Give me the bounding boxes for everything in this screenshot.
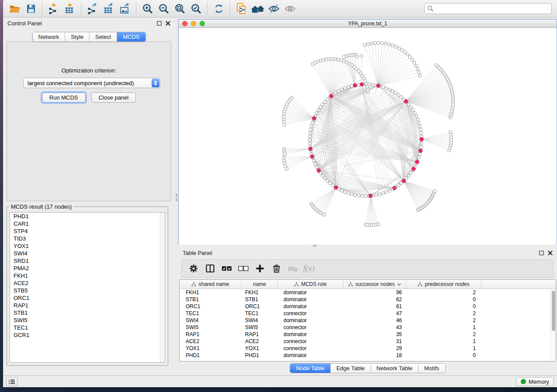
zoom-in-button[interactable] <box>139 2 156 16</box>
close-panel-button[interactable]: Close panel <box>91 93 136 103</box>
table-row[interactable]: FKH1FKH1dominator962 <box>180 289 556 296</box>
result-list-scrollbar[interactable] <box>160 213 165 362</box>
tab-node-table[interactable]: Node Table <box>290 364 331 373</box>
delete-column-button[interactable] <box>270 262 283 275</box>
new-network-from-selection-button[interactable] <box>233 2 249 16</box>
import-table-button[interactable] <box>62 2 78 16</box>
refresh-icon <box>213 3 225 14</box>
export-network-button[interactable] <box>84 2 100 16</box>
mcds-result-item[interactable]: SWI4 <box>10 250 165 257</box>
column-header-shared-name[interactable]: shared name <box>180 280 242 289</box>
search-input[interactable] <box>424 3 552 14</box>
close-table-panel-icon[interactable] <box>548 251 553 255</box>
show-hidden-button[interactable] <box>282 2 298 16</box>
mcds-result-item[interactable]: GCR1 <box>10 331 165 339</box>
table-row[interactable]: YOX1YOX1connector291 <box>180 345 556 352</box>
mcds-result-item[interactable]: RAP1 <box>10 302 165 309</box>
mcds-result-item[interactable]: SRD1 <box>10 257 165 265</box>
table-row[interactable]: SWI4SWI4dominator462 <box>180 317 556 324</box>
import-network-button[interactable] <box>45 2 62 16</box>
cell-name: STB1 <box>242 296 278 303</box>
columns-icon <box>205 264 215 273</box>
tab-mcds[interactable]: MCDS <box>117 32 145 41</box>
table-row[interactable]: SWI5SWI5connector431 <box>180 324 556 331</box>
zoom-fit-button[interactable] <box>172 2 188 16</box>
shared-column-icon <box>191 282 196 286</box>
network-window-titlebar[interactable]: YPA_prune.txt_1 <box>179 20 557 28</box>
cell-shared-name: SWI5 <box>180 324 242 330</box>
mcds-result-list[interactable]: PHD1CAR1STP4TID3YOX1SWI4SRD1PMA2FKH1ACE2… <box>10 212 165 363</box>
home-networks-button[interactable] <box>249 2 266 16</box>
mcds-result-item[interactable]: YOX1 <box>10 242 165 250</box>
table-row[interactable]: PHD1PHD1dominator180 <box>180 352 556 359</box>
memory-button[interactable]: Memory <box>516 377 554 386</box>
export-image-button[interactable] <box>117 2 133 16</box>
table-row[interactable]: TEC1TEC1connector472 <box>180 310 556 317</box>
show-column-panel-button[interactable] <box>204 262 217 275</box>
tab-select[interactable]: Select <box>90 32 117 41</box>
vertical-splitter[interactable] <box>175 17 178 375</box>
save-floppy-icon <box>26 3 36 14</box>
tab-style[interactable]: Style <box>65 32 90 41</box>
cell-shared-name: PHD1 <box>180 352 242 358</box>
mcds-result-item[interactable]: PMA2 <box>10 265 165 272</box>
column-header-name[interactable]: name <box>242 280 278 289</box>
run-mcds-button[interactable]: Run MCDS <box>42 93 86 103</box>
table-row[interactable]: RAP1RAP1dominator352 <box>180 331 556 338</box>
table-settings-button[interactable] <box>187 262 200 275</box>
float-table-panel-icon[interactable] <box>539 251 544 255</box>
cell-name: PHD1 <box>242 352 278 358</box>
cell-name: YOX1 <box>242 345 278 351</box>
select-all-rows-button[interactable] <box>220 262 233 275</box>
mcds-result-item[interactable]: ACE2 <box>10 279 165 287</box>
apply-layout-button[interactable] <box>211 2 227 16</box>
task-history-button[interactable] <box>6 377 17 386</box>
cell-MCDS-role: dominator <box>278 331 343 337</box>
mcds-result-item[interactable]: ORC1 <box>10 294 165 302</box>
mcds-result-item[interactable]: TEC1 <box>10 324 165 331</box>
column-header-MCDS-role[interactable]: MCDS role <box>278 280 343 289</box>
mcds-result-item[interactable]: STB1 <box>10 309 165 316</box>
column-header-empty <box>481 280 548 289</box>
hide-selected-button[interactable] <box>266 2 282 16</box>
column-header-successor-nodes[interactable]: successor nodes <box>343 280 406 289</box>
optimization-criterion-select[interactable]: largest connected component (undirected) <box>23 78 160 88</box>
column-header-predecessor-nodes[interactable]: predecessor nodes <box>406 280 481 289</box>
network-from-selection-icon <box>236 3 247 15</box>
zoom-out-button[interactable] <box>156 2 172 16</box>
mcds-result-item[interactable]: STB5 <box>10 287 165 294</box>
tab-network-table[interactable]: Network Table <box>371 364 419 373</box>
desktop-background: Control Panel NetworkStyleSelectMCDS Opt… <box>0 0 557 392</box>
status-bar: Memory <box>3 375 557 387</box>
tab-edge-table[interactable]: Edge Table <box>331 364 371 373</box>
add-column-button[interactable] <box>253 262 266 275</box>
gear-icon <box>189 264 198 273</box>
mcds-result-item[interactable]: PHD1 <box>10 213 165 220</box>
close-panel-icon[interactable] <box>166 21 170 26</box>
network-canvas[interactable] <box>179 28 557 261</box>
cell-shared-name: ORC1 <box>180 303 242 309</box>
table-scrollbar[interactable] <box>550 289 556 361</box>
cell-shared-name: TEC1 <box>180 310 242 316</box>
cell-MCDS-role: connector <box>278 338 343 344</box>
float-panel-icon[interactable] <box>157 21 162 26</box>
open-file-button[interactable] <box>7 2 23 16</box>
table-row[interactable]: ACE2ACE2connector311 <box>180 338 556 345</box>
export-table-button[interactable] <box>100 2 117 16</box>
deselect-all-rows-button[interactable] <box>237 262 250 275</box>
mcds-result-item[interactable]: SWI5 <box>10 316 165 324</box>
table-scrollbar-thumb[interactable] <box>552 291 555 331</box>
cell-predecessor-nodes: 2 <box>406 317 481 323</box>
tab-network[interactable]: Network <box>32 32 65 41</box>
network-view-window: YPA_prune.txt_1 <box>178 19 557 244</box>
save-session-button[interactable] <box>23 2 39 16</box>
table-row[interactable]: ORC1ORC1dominator610 <box>180 303 556 310</box>
mcds-result-item[interactable]: TID3 <box>10 235 165 242</box>
mcds-result-item[interactable]: CAR1 <box>10 220 165 227</box>
tab-motifs[interactable]: Motifs <box>419 364 445 373</box>
mcds-result-item[interactable]: FKH1 <box>10 272 165 279</box>
table-row[interactable]: STB1STB1dominator620 <box>180 296 556 303</box>
mcds-result-item[interactable]: STP4 <box>10 227 165 235</box>
zoom-selected-button[interactable] <box>188 2 204 16</box>
cell-predecessor-nodes: 2 <box>406 289 481 296</box>
